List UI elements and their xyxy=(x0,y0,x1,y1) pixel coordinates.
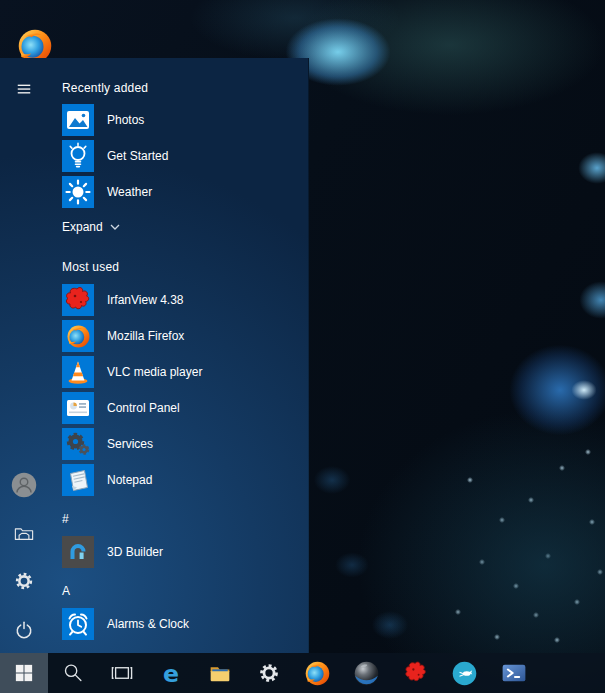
taskbar-firefox-button[interactable] xyxy=(293,653,342,693)
taskbar-search-button[interactable] xyxy=(48,653,97,693)
lightbulb-icon xyxy=(62,140,94,172)
sun-icon xyxy=(62,176,94,208)
control-panel-icon xyxy=(62,392,94,424)
settings-rail-button[interactable] xyxy=(12,569,36,593)
app-item-3d-builder[interactable]: 3D Builder xyxy=(62,536,163,568)
gears-icon xyxy=(62,428,94,460)
recently-added-header: Recently added xyxy=(62,81,148,95)
settings-gear-icon xyxy=(256,660,282,686)
app-item-irfanview[interactable]: IrfanView 4.38 xyxy=(62,284,184,316)
app-item-photos[interactable]: Photos xyxy=(62,104,144,136)
start-button[interactable] xyxy=(0,653,48,693)
app-label: Get Started xyxy=(107,149,168,163)
start-windows-icon xyxy=(14,663,34,683)
cyan-circle-app-icon xyxy=(450,659,479,688)
app-label: Notepad xyxy=(107,473,152,487)
alpha-section-hash[interactable]: # xyxy=(62,512,69,526)
app-label: VLC media player xyxy=(107,365,202,379)
firefox-icon xyxy=(62,320,94,352)
app-label: Services xyxy=(107,437,153,451)
alpha-section-a[interactable]: A xyxy=(62,584,70,598)
user-avatar xyxy=(10,471,38,499)
app-item-notepad[interactable]: Notepad xyxy=(62,464,152,496)
3d-builder-icon xyxy=(62,536,94,568)
app-item-firefox[interactable]: Mozilla Firefox xyxy=(62,320,184,352)
app-label: Photos xyxy=(107,113,144,127)
taskbar-irfanview-button[interactable] xyxy=(391,653,440,693)
edge-icon xyxy=(157,659,185,687)
task-view-button[interactable] xyxy=(97,653,146,693)
start-menu: Recently added Photos Get Started Weathe… xyxy=(0,58,309,653)
user-account-button[interactable] xyxy=(10,471,38,499)
notepad-icon xyxy=(62,464,94,496)
app-item-get-started[interactable]: Get Started xyxy=(62,140,168,172)
powershell-icon xyxy=(500,659,528,687)
taskbar-cyan-app-button[interactable] xyxy=(440,653,489,693)
most-used-header: Most used xyxy=(62,260,119,274)
app-label: Weather xyxy=(107,185,152,199)
app-label: Control Panel xyxy=(107,401,180,415)
taskbar-globe-app-button[interactable] xyxy=(342,653,391,693)
firefox-icon xyxy=(303,659,332,688)
taskbar xyxy=(0,653,605,693)
app-item-control-panel[interactable]: Control Panel xyxy=(62,392,180,424)
settings-gear-icon xyxy=(12,569,36,593)
file-explorer-icon xyxy=(207,660,233,686)
alarm-clock-icon xyxy=(62,608,94,640)
power-icon xyxy=(12,618,36,642)
photos-icon xyxy=(62,104,94,136)
app-item-vlc[interactable]: VLC media player xyxy=(62,356,202,388)
search-icon xyxy=(61,661,85,685)
file-explorer-rail-button[interactable] xyxy=(12,521,36,545)
chevron-down-icon xyxy=(110,224,120,230)
irfanview-icon xyxy=(402,659,430,687)
taskbar-file-explorer-button[interactable] xyxy=(195,653,244,693)
app-label: Mozilla Firefox xyxy=(107,329,184,343)
app-item-services[interactable]: Services xyxy=(62,428,153,460)
expand-label: Expand xyxy=(62,220,103,234)
app-label: IrfanView 4.38 xyxy=(107,293,184,307)
globe-app-icon xyxy=(352,659,381,688)
app-item-weather[interactable]: Weather xyxy=(62,176,152,208)
expand-link[interactable]: Expand xyxy=(62,220,120,234)
app-item-alarms-clock[interactable]: Alarms & Clock xyxy=(62,608,189,640)
vlc-cone-icon xyxy=(62,356,94,388)
hamburger-icon xyxy=(14,79,34,99)
file-explorer-icon xyxy=(12,521,36,545)
app-label: Alarms & Clock xyxy=(107,617,189,631)
hamburger-menu-button[interactable] xyxy=(14,79,34,99)
task-view-icon xyxy=(110,661,134,685)
taskbar-edge-button[interactable] xyxy=(146,653,195,693)
irfanview-icon xyxy=(62,284,94,316)
taskbar-settings-button[interactable] xyxy=(244,653,293,693)
power-button[interactable] xyxy=(12,618,36,642)
app-label: 3D Builder xyxy=(107,545,163,559)
taskbar-powershell-button[interactable] xyxy=(489,653,538,693)
start-menu-rail xyxy=(0,58,48,653)
